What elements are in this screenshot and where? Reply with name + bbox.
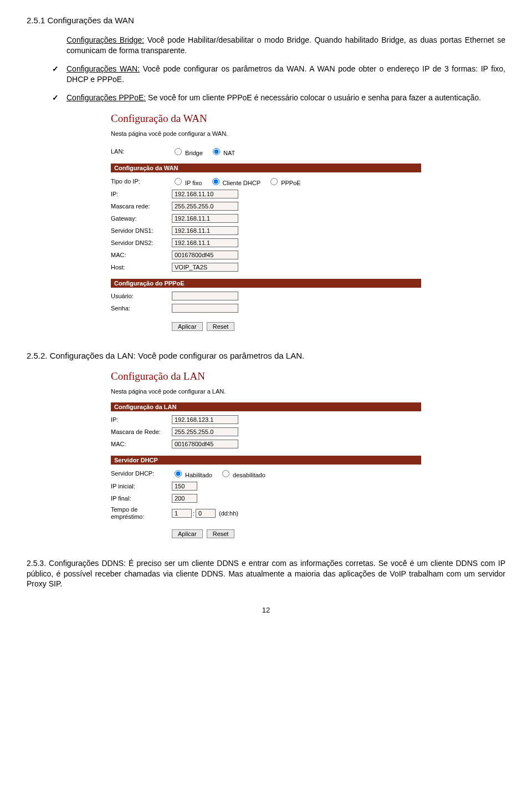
colon-separator: : xyxy=(193,510,195,517)
wan-gateway-input[interactable] xyxy=(172,214,238,223)
wan-panel-title: Configuração da WAN xyxy=(111,113,421,125)
wan-host-label: Host: xyxy=(111,264,172,271)
pppoe-user-label: Usuário: xyxy=(111,293,172,299)
bullet-pppoe-text: Se você for um cliente PPPoE é necessári… xyxy=(146,93,481,102)
wan-dns2-input[interactable] xyxy=(172,238,238,247)
lan-reset-button[interactable]: Reset xyxy=(207,529,235,538)
wan-dns1-input[interactable] xyxy=(172,226,238,235)
wan-mask-input[interactable] xyxy=(172,202,238,211)
wan-mac-label: MAC: xyxy=(111,252,172,258)
dhcp-ipfin-label: IP final: xyxy=(111,495,172,502)
lan-mac-label: MAC: xyxy=(111,441,172,447)
wan-ip-input[interactable] xyxy=(172,190,238,198)
wan-mac-input[interactable] xyxy=(172,251,238,259)
radio-pppoe[interactable]: PPPoE xyxy=(268,180,301,186)
wan-section-header: Configuração da WAN xyxy=(111,164,421,172)
dhcp-ipini-input[interactable] xyxy=(172,482,197,491)
bullet-wan: Configurações WAN: Você pode configurar … xyxy=(52,64,505,85)
wan-gateway-label: Gateway: xyxy=(111,215,172,222)
radio-bridge[interactable]: Bridge xyxy=(172,150,203,156)
section-252-title: 2.5.2. Configurações da LAN: Você pode c… xyxy=(27,351,505,360)
radio-dhcp-client[interactable]: Cliente DHCP xyxy=(209,180,261,186)
wan-config-panel: Configuração da WAN Nesta página você po… xyxy=(111,113,421,331)
lan-section-header: Configuração da LAN xyxy=(111,402,421,411)
lan-mask-input[interactable] xyxy=(172,427,238,436)
bullet-wan-label: Configurações WAN: xyxy=(66,64,140,73)
wan-ip-label: IP: xyxy=(111,191,172,197)
lan-mask-label: Mascara de Rede: xyxy=(111,428,172,435)
lan-apply-button[interactable]: Aplicar xyxy=(172,529,203,538)
wan-reset-button[interactable]: Reset xyxy=(207,322,235,331)
dhcp-lease-label: Tempo de empréstimo: xyxy=(111,506,172,519)
dhcp-lease-hours-input[interactable] xyxy=(196,509,216,518)
wan-dns2-label: Servidor DNS2: xyxy=(111,239,172,246)
wan-mask-label: Mascara rede: xyxy=(111,203,172,210)
lan-panel-desc: Nesta página você pode configurar a LAN. xyxy=(111,388,421,395)
wan-host-input[interactable] xyxy=(172,263,238,272)
pppoe-user-input[interactable] xyxy=(172,292,238,300)
bullet-pppoe: Configurações PPPoE: Se você for um clie… xyxy=(52,93,505,103)
paragraph-bridge: Configurações Bridge: Você pode Habilita… xyxy=(66,35,505,56)
lan-ip-label: IP: xyxy=(111,416,172,423)
ip-type-label: Tipo do IP: xyxy=(111,178,172,185)
bullet-pppoe-label: Configurações PPPoE: xyxy=(66,93,146,102)
lan-mode-label: LAN: xyxy=(111,148,172,155)
dhcp-ipini-label: IP inicial: xyxy=(111,483,172,489)
dhcp-server-label: Servidor DHCP: xyxy=(111,470,172,477)
dhcp-section-header: Servidor DHCP xyxy=(111,456,421,465)
lease-unit-label: (dd:hh) xyxy=(219,510,238,517)
dhcp-ipfin-input[interactable] xyxy=(172,494,197,503)
wan-apply-button[interactable]: Aplicar xyxy=(172,322,203,331)
pppoe-pass-input[interactable] xyxy=(172,304,238,313)
section-253-text: 2.5.3. Configurações DDNS: É preciso ser… xyxy=(27,558,505,590)
page-number: 12 xyxy=(27,606,505,614)
wan-dns1-label: Servidor DNS1: xyxy=(111,227,172,234)
lan-panel-title: Configuração da LAN xyxy=(111,370,421,382)
radio-dhcp-disabled[interactable]: desabilitado xyxy=(219,472,265,478)
pppoe-pass-label: Senha: xyxy=(111,305,172,312)
radio-ip-fixo[interactable]: IP fixo xyxy=(172,180,202,186)
lan-config-panel: Configuração da LAN Nesta página você po… xyxy=(111,370,421,538)
bridge-label: Configurações Bridge: xyxy=(66,35,144,44)
wan-panel-desc: Nesta página você pode configurar a WAN. xyxy=(111,130,421,137)
lan-ip-input[interactable] xyxy=(172,415,238,424)
radio-nat[interactable]: NAT xyxy=(210,150,235,156)
pppoe-section-header: Configuração do PPPoE xyxy=(111,279,421,288)
radio-dhcp-enabled[interactable]: Habilitado xyxy=(172,472,212,478)
section-251-title: 2.5.1 Configurações da WAN xyxy=(27,16,505,25)
lan-mac-input[interactable] xyxy=(172,440,238,448)
dhcp-lease-days-input[interactable] xyxy=(172,509,192,518)
